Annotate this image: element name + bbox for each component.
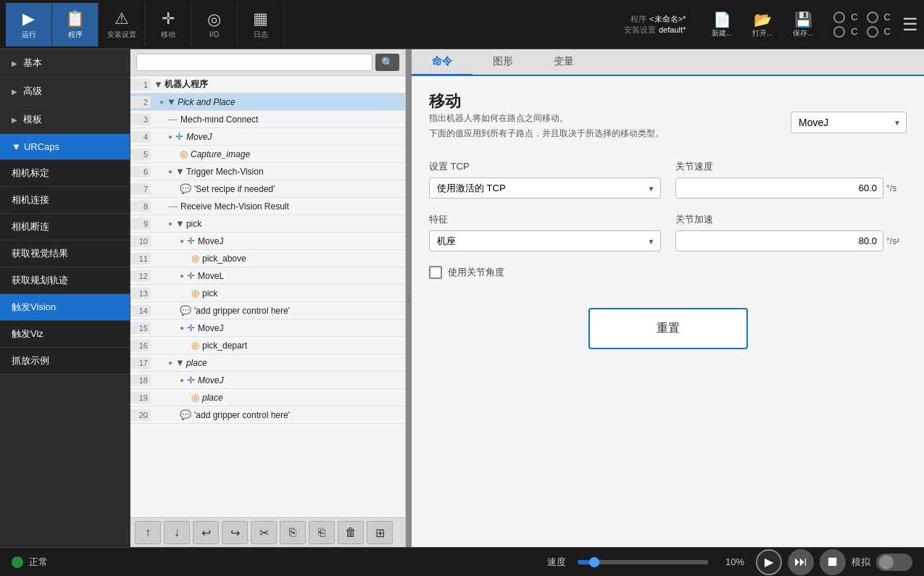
tree-row[interactable]: 16 ◎ pick_depart <box>130 337 405 354</box>
cut-button[interactable]: ✂ <box>251 521 277 544</box>
program-label: 程序 <box>68 30 83 40</box>
move-up-button[interactable]: ↑ <box>135 521 161 544</box>
waypoint-icon-19: ◎ <box>191 392 199 403</box>
tcp-select-wrap: 使用激活的 TCP <box>429 178 661 199</box>
tree-row[interactable]: 9 ● ▼ pick <box>130 215 405 233</box>
tree-row[interactable]: 12 ● ✛ MoveL <box>130 267 405 285</box>
sidebar-item-basic[interactable]: ▶ 基本 <box>0 49 130 78</box>
feature-group: 特征 机座 <box>429 213 661 251</box>
sidebar-sub-get-visual-result[interactable]: 获取视觉结果 <box>0 241 130 267</box>
delete-button[interactable]: 🗑 <box>338 521 364 544</box>
sim-toggle[interactable] <box>876 554 912 571</box>
tab-bar: 命令 图形 变量 <box>412 49 924 76</box>
chevron-right-icon: ▶ <box>12 59 17 67</box>
connection-indicators: C C C C <box>833 12 891 38</box>
tab-graphic[interactable]: 图形 <box>473 49 533 76</box>
move-type-wrapper: MoveJ MoveL MoveP <box>791 112 907 133</box>
copy-button[interactable]: ⎘ <box>280 521 306 544</box>
joint-accel-group: 关节加速 °/s² <box>675 213 907 251</box>
collapse-icon-2[interactable]: ▼ <box>167 96 176 107</box>
sidebar: ▶ 基本 ▶ 高级 ▶ 模板 ▼ URCaps 相机标定 相机连接 相机断连 获… <box>0 49 130 547</box>
new-button[interactable]: 📄 新建... <box>703 11 741 38</box>
save-button[interactable]: 💾 保存... <box>784 11 822 38</box>
redo-button[interactable]: ↪ <box>222 521 248 544</box>
tree-row[interactable]: 14 💬 'add gripper control here' <box>130 302 405 320</box>
sidebar-sub-camera-calibration[interactable]: 相机标定 <box>0 160 130 187</box>
move-icon-15: ✛ <box>187 322 195 333</box>
tree-row[interactable]: 18 ● ✛ MoveJ <box>130 372 405 389</box>
sidebar-item-urcaps[interactable]: ▼ URCaps <box>0 134 130 160</box>
stop-button[interactable]: ⏹ <box>820 549 846 575</box>
joint-accel-input[interactable] <box>675 230 884 251</box>
tcp-select[interactable]: 使用激活的 TCP <box>429 178 661 199</box>
sidebar-sub-camera-connect[interactable]: 相机连接 <box>0 187 130 214</box>
tab-variables[interactable]: 变量 <box>533 49 594 76</box>
tree-row[interactable]: 7 💬 'Set recipe if needed' <box>130 180 405 198</box>
use-joint-angle-checkbox[interactable] <box>429 266 442 279</box>
log-button[interactable]: ▦ 日志 <box>238 3 284 46</box>
joint-speed-unit: °/s <box>886 183 907 193</box>
sidebar-sub-trigger-vision[interactable]: 触发Vision <box>0 294 130 321</box>
move-type-select[interactable]: MoveJ MoveL MoveP <box>791 112 907 133</box>
collapse-icon-9[interactable]: ▼ <box>175 218 185 229</box>
sidebar-sub-get-plan-path[interactable]: 获取规划轨迹 <box>0 267 130 294</box>
more-button[interactable]: ⊞ <box>367 521 393 544</box>
program-button[interactable]: 📋 程序 <box>52 3 99 46</box>
tab-command[interactable]: 命令 <box>412 49 473 76</box>
up-arrow-icon: ↑ <box>145 526 151 539</box>
feature-select-wrap: 机座 <box>429 230 661 251</box>
panel-subtitle2: 下面的值应用到所有子路点，并且取决于所选择的移动类型。 <box>429 128 664 140</box>
reset-button[interactable]: 重置 <box>588 308 748 349</box>
move-icon: ✛ <box>175 131 183 142</box>
tree-toolbar: ↑ ↓ ↩ ↪ ✂ ⎘ ⎗ 🗑 ⊞ <box>130 517 405 547</box>
step-button[interactable]: ⏭ <box>788 549 814 575</box>
play-button[interactable]: ▶ <box>756 549 782 575</box>
tree-row[interactable]: 15 ● ✛ MoveJ <box>130 320 405 337</box>
open-button[interactable]: 📂 打开... <box>744 11 781 38</box>
search-input[interactable] <box>136 54 372 71</box>
sidebar-sub-trigger-viz[interactable]: 触发Viz <box>0 321 130 348</box>
run-label: 运行 <box>22 30 36 40</box>
resize-handle[interactable]: ⋮ <box>406 49 412 547</box>
collapse-icon-6[interactable]: ▼ <box>175 166 185 177</box>
search-button[interactable]: 🔍 <box>375 54 399 71</box>
search-bar: 🔍 <box>130 49 405 76</box>
tree-row[interactable]: 20 💬 'add gripper control here' <box>130 406 405 424</box>
tree-row[interactable]: 10 ● ✛ MoveJ <box>130 233 405 250</box>
io-button[interactable]: ◎ I/O <box>191 3 238 46</box>
tree-row[interactable]: 2 ● ▼ Pick and Place <box>130 93 405 111</box>
tree-row[interactable]: 6 ● ▼ Trigger Mech-Vision <box>130 163 405 180</box>
collapse-icon-17[interactable]: ▼ <box>175 357 185 368</box>
tree-row[interactable]: 8 — Receive Mech-Vision Result <box>130 198 405 215</box>
play-controls: ▶ ⏭ ⏹ <box>756 549 846 575</box>
move-down-button[interactable]: ↓ <box>164 521 190 544</box>
more-icon: ⊞ <box>375 526 385 540</box>
run-button[interactable]: ▶ 运行 <box>6 3 52 46</box>
panel-content: 移动 指出机器人将如何在路点之间移动。 下面的值应用到所有子路点，并且取决于所选… <box>412 76 924 547</box>
paste-button[interactable]: ⎗ <box>309 521 335 544</box>
tree-row[interactable]: 1 ▼ 机器人程序 <box>130 76 405 93</box>
tree-row[interactable]: 3 — Mech-mind Connect <box>130 111 405 128</box>
joint-speed-input[interactable] <box>675 178 884 199</box>
tree-row[interactable]: 5 ◎ Capture_image <box>130 146 405 163</box>
new-icon: 📄 <box>713 11 731 28</box>
minus-icon-8: — <box>168 201 178 212</box>
sidebar-item-template[interactable]: ▶ 模板 <box>0 106 130 134</box>
speed-slider[interactable] <box>572 560 714 564</box>
tree-row[interactable]: 19 ◎ place <box>130 389 405 406</box>
comment-icon: 💬 <box>180 183 191 194</box>
undo-button[interactable]: ↩ <box>193 521 219 544</box>
feature-select[interactable]: 机座 <box>429 230 661 251</box>
sidebar-sub-camera-disconnect[interactable]: 相机断连 <box>0 214 130 241</box>
tcp-group: 设置 TCP 使用激活的 TCP <box>429 160 661 199</box>
sidebar-sub-pick-place-example[interactable]: 抓放示例 <box>0 348 130 375</box>
collapse-icon[interactable]: ▼ <box>154 79 163 90</box>
move-button[interactable]: ✛ 移动 <box>145 3 191 46</box>
tree-row[interactable]: 4 ● ✛ MoveJ <box>130 128 405 146</box>
tree-row[interactable]: 11 ◎ pick_above <box>130 250 405 267</box>
menu-button[interactable]: ☰ <box>902 14 918 35</box>
tree-row[interactable]: 13 ◎ pick <box>130 285 405 302</box>
tree-row[interactable]: 17 ● ▼ place <box>130 354 405 372</box>
sidebar-item-advanced[interactable]: ▶ 高级 <box>0 78 130 106</box>
installation-button[interactable]: ⚠ 安装设置 <box>99 3 145 46</box>
